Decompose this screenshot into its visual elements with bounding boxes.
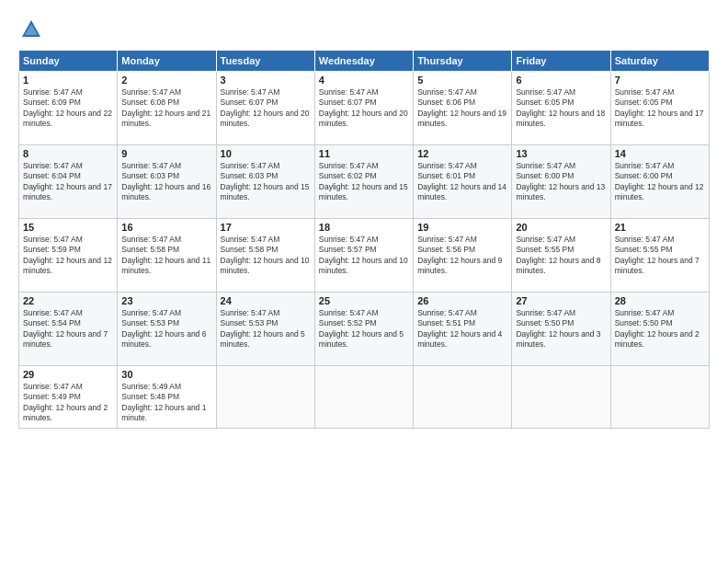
day-number: 24 [221,295,311,306]
calendar-week-4: 22Sunrise: 5:47 AM Sunset: 5:54 PM Dayli… [19,293,710,366]
day-number: 7 [615,75,705,86]
calendar-cell: 13Sunrise: 5:47 AM Sunset: 6:00 PM Dayli… [512,145,610,219]
day-number: 26 [417,295,507,306]
calendar-cell: 23Sunrise: 5:47 AM Sunset: 5:53 PM Dayli… [118,293,216,366]
calendar-cell: 7Sunrise: 5:47 AM Sunset: 6:05 PM Daylig… [610,72,709,145]
calendar-week-2: 8Sunrise: 5:47 AM Sunset: 6:04 PM Daylig… [19,145,710,219]
weekday-header-wednesday: Wednesday [314,51,413,72]
day-info: Sunrise: 5:47 AM Sunset: 5:59 PM Dayligh… [23,235,113,277]
day-info: Sunrise: 5:47 AM Sunset: 5:58 PM Dayligh… [121,235,211,277]
day-number: 25 [319,295,409,306]
calendar-cell: 24Sunrise: 5:47 AM Sunset: 5:53 PM Dayli… [216,293,314,366]
day-info: Sunrise: 5:47 AM Sunset: 6:09 PM Dayligh… [23,87,113,130]
header-area [18,17,710,42]
logo-icon [18,17,44,42]
page: SundayMondayTuesdayWednesdayThursdayFrid… [0,0,728,563]
weekday-header-sunday: Sunday [19,51,118,72]
calendar-cell: 10Sunrise: 5:47 AM Sunset: 6:03 PM Dayli… [216,145,314,219]
calendar-cell: 12Sunrise: 5:47 AM Sunset: 6:01 PM Dayli… [414,145,512,219]
day-info: Sunrise: 5:47 AM Sunset: 6:06 PM Dayligh… [417,87,507,130]
day-number: 16 [121,222,211,233]
day-number: 10 [221,148,311,159]
calendar-week-3: 15Sunrise: 5:47 AM Sunset: 5:59 PM Dayli… [19,219,710,293]
calendar-cell: 21Sunrise: 5:47 AM Sunset: 5:55 PM Dayli… [610,219,709,293]
day-number: 21 [615,222,705,233]
calendar-cell: 17Sunrise: 5:47 AM Sunset: 5:58 PM Dayli… [216,219,314,293]
day-number: 2 [121,75,211,86]
calendar-cell: 28Sunrise: 5:47 AM Sunset: 5:50 PM Dayli… [610,293,709,366]
day-number: 18 [319,222,409,233]
day-number: 30 [121,369,211,380]
calendar-cell: 19Sunrise: 5:47 AM Sunset: 5:56 PM Dayli… [414,219,512,293]
weekday-header-monday: Monday [118,51,216,72]
calendar-cell: 8Sunrise: 5:47 AM Sunset: 6:04 PM Daylig… [19,145,118,219]
day-number: 20 [516,222,606,233]
day-info: Sunrise: 5:47 AM Sunset: 5:51 PM Dayligh… [417,308,507,350]
day-number: 11 [319,148,409,159]
calendar-cell [610,366,709,429]
weekday-header-friday: Friday [512,51,610,72]
calendar-cell: 3Sunrise: 5:47 AM Sunset: 6:07 PM Daylig… [216,72,314,145]
day-info: Sunrise: 5:47 AM Sunset: 6:03 PM Dayligh… [221,161,311,203]
day-info: Sunrise: 5:47 AM Sunset: 6:05 PM Dayligh… [516,87,606,130]
day-number: 8 [23,148,113,159]
calendar-week-1: 1Sunrise: 5:47 AM Sunset: 6:09 PM Daylig… [19,72,710,145]
calendar-cell: 1Sunrise: 5:47 AM Sunset: 6:09 PM Daylig… [19,72,118,145]
day-number: 14 [615,148,705,159]
day-info: Sunrise: 5:47 AM Sunset: 6:00 PM Dayligh… [516,161,606,203]
day-info: Sunrise: 5:47 AM Sunset: 5:55 PM Dayligh… [516,235,606,277]
day-info: Sunrise: 5:47 AM Sunset: 6:00 PM Dayligh… [615,161,705,203]
day-number: 22 [23,295,113,306]
day-info: Sunrise: 5:47 AM Sunset: 5:57 PM Dayligh… [319,235,409,277]
calendar-cell: 27Sunrise: 5:47 AM Sunset: 5:50 PM Dayli… [512,293,610,366]
day-number: 17 [221,222,311,233]
calendar-cell: 9Sunrise: 5:47 AM Sunset: 6:03 PM Daylig… [118,145,216,219]
day-number: 6 [516,75,606,86]
day-number: 23 [121,295,211,306]
day-number: 12 [417,148,507,159]
day-number: 3 [221,75,311,86]
day-info: Sunrise: 5:47 AM Sunset: 5:50 PM Dayligh… [615,308,705,350]
day-info: Sunrise: 5:47 AM Sunset: 5:58 PM Dayligh… [221,235,311,277]
day-info: Sunrise: 5:47 AM Sunset: 6:05 PM Dayligh… [615,87,705,130]
calendar-cell: 20Sunrise: 5:47 AM Sunset: 5:55 PM Dayli… [512,219,610,293]
calendar-cell: 30Sunrise: 5:49 AM Sunset: 5:48 PM Dayli… [118,366,216,429]
day-info: Sunrise: 5:49 AM Sunset: 5:48 PM Dayligh… [121,382,211,424]
day-number: 27 [516,295,606,306]
calendar-cell [216,366,314,429]
day-info: Sunrise: 5:47 AM Sunset: 6:07 PM Dayligh… [221,87,311,130]
day-info: Sunrise: 5:47 AM Sunset: 5:55 PM Dayligh… [615,235,705,277]
calendar-cell: 6Sunrise: 5:47 AM Sunset: 6:05 PM Daylig… [512,72,610,145]
weekday-header-saturday: Saturday [610,51,709,72]
weekday-header-row: SundayMondayTuesdayWednesdayThursdayFrid… [19,51,710,72]
day-number: 29 [23,369,113,380]
calendar-cell: 22Sunrise: 5:47 AM Sunset: 5:54 PM Dayli… [19,293,118,366]
calendar-cell [414,366,512,429]
day-number: 1 [23,75,113,86]
day-number: 19 [417,222,507,233]
calendar-header: SundayMondayTuesdayWednesdayThursdayFrid… [19,51,710,72]
day-info: Sunrise: 5:47 AM Sunset: 5:53 PM Dayligh… [221,308,311,350]
day-number: 15 [23,222,113,233]
day-info: Sunrise: 5:47 AM Sunset: 5:53 PM Dayligh… [121,308,211,350]
calendar-cell: 25Sunrise: 5:47 AM Sunset: 5:52 PM Dayli… [314,293,413,366]
calendar-cell: 29Sunrise: 5:47 AM Sunset: 5:49 PM Dayli… [19,366,118,429]
calendar-body: 1Sunrise: 5:47 AM Sunset: 6:09 PM Daylig… [19,72,710,429]
calendar-cell: 4Sunrise: 5:47 AM Sunset: 6:07 PM Daylig… [314,72,413,145]
calendar-cell: 26Sunrise: 5:47 AM Sunset: 5:51 PM Dayli… [414,293,512,366]
day-number: 28 [615,295,705,306]
calendar-cell: 18Sunrise: 5:47 AM Sunset: 5:57 PM Dayli… [314,219,413,293]
logo [18,17,48,42]
weekday-header-thursday: Thursday [414,51,512,72]
day-info: Sunrise: 5:47 AM Sunset: 6:07 PM Dayligh… [319,87,409,130]
calendar: SundayMondayTuesdayWednesdayThursdayFrid… [18,50,710,429]
calendar-cell: 14Sunrise: 5:47 AM Sunset: 6:00 PM Dayli… [610,145,709,219]
calendar-cell: 16Sunrise: 5:47 AM Sunset: 5:58 PM Dayli… [118,219,216,293]
calendar-cell: 2Sunrise: 5:47 AM Sunset: 6:08 PM Daylig… [118,72,216,145]
day-info: Sunrise: 5:47 AM Sunset: 5:52 PM Dayligh… [319,308,409,350]
calendar-cell: 15Sunrise: 5:47 AM Sunset: 5:59 PM Dayli… [19,219,118,293]
day-number: 9 [121,148,211,159]
day-info: Sunrise: 5:47 AM Sunset: 5:50 PM Dayligh… [516,308,606,350]
day-number: 13 [516,148,606,159]
day-info: Sunrise: 5:47 AM Sunset: 6:02 PM Dayligh… [319,161,409,203]
